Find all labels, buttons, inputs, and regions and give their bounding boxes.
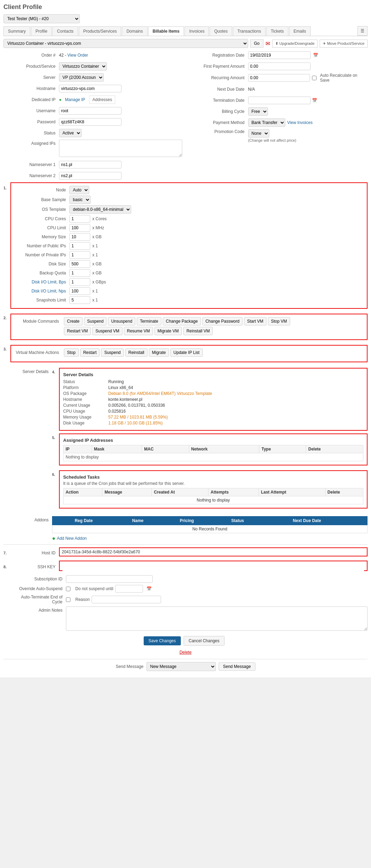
- reg-date-input[interactable]: [248, 51, 311, 59]
- vm-stop[interactable]: Stop: [64, 348, 79, 357]
- cmd-reinstall-vm[interactable]: Reinstall VM: [183, 327, 213, 335]
- ns1-input[interactable]: [59, 161, 121, 168]
- username-input[interactable]: [59, 107, 121, 115]
- recurring-input[interactable]: [248, 74, 310, 82]
- subscription-id-input[interactable]: [66, 575, 153, 583]
- cmd-suspend-vm[interactable]: Suspend VM: [92, 327, 123, 335]
- snapshots-input[interactable]: [69, 296, 90, 304]
- cmd-resume-vm[interactable]: Resume VM: [124, 327, 153, 335]
- manage-ip-link[interactable]: Manage IP: [65, 97, 85, 102]
- product-service-row: Product/Service Virtuozzo Container: [3, 62, 182, 71]
- tab-contacts[interactable]: Contacts: [52, 26, 78, 36]
- auto-recalc-checkbox[interactable]: [312, 76, 317, 80]
- server-field[interactable]: VP (2/200 Accoun: [59, 73, 104, 82]
- tab-quotes[interactable]: Quotes: [210, 26, 232, 36]
- go-button[interactable]: Go: [250, 39, 263, 48]
- tab-summary[interactable]: Summary: [3, 26, 30, 36]
- tab-billable-items[interactable]: Billable Items: [148, 26, 184, 36]
- hostname-input[interactable]: [59, 85, 121, 92]
- scheduled-tasks-numbered: 6. Scheduled Tasks It is a queue of the …: [52, 470, 368, 511]
- tab-profile[interactable]: Profile: [31, 26, 52, 36]
- cpu-limit-input[interactable]: [69, 224, 90, 232]
- cmd-restart-vm[interactable]: Restart VM: [64, 327, 91, 335]
- cmd-unsuspend[interactable]: Unsuspend: [108, 317, 135, 325]
- send-message-button[interactable]: Send Message: [219, 662, 255, 671]
- memory-input[interactable]: [69, 233, 90, 241]
- disk-io-bps-input[interactable]: [69, 278, 90, 286]
- public-ips-value: x 1: [69, 242, 98, 250]
- tab-settings-icon[interactable]: ☰: [357, 26, 368, 36]
- ns2-input[interactable]: [59, 172, 121, 180]
- override-suspend-checkbox[interactable]: [66, 587, 70, 591]
- override-suspend-date[interactable]: [115, 585, 143, 593]
- vm-reinstall[interactable]: Reinstall: [125, 348, 147, 357]
- addons-section: Addons Reg Date Name Pricing Status Next…: [3, 516, 368, 542]
- admin-notes-textarea[interactable]: [66, 606, 368, 631]
- disk-size-input[interactable]: [69, 260, 90, 268]
- tab-emails[interactable]: Emails: [289, 26, 311, 36]
- vm-suspend[interactable]: Suspend: [101, 348, 124, 357]
- first-payment-input[interactable]: [248, 63, 311, 70]
- reg-date-calendar-icon[interactable]: 📅: [313, 53, 318, 58]
- view-order-link[interactable]: View Order: [67, 53, 88, 58]
- tab-domains[interactable]: Domains: [122, 26, 147, 36]
- add-addon-button[interactable]: ● Add New Addon: [52, 535, 368, 542]
- backup-quota-input[interactable]: [69, 269, 90, 277]
- cpu-cores-input[interactable]: [69, 215, 90, 223]
- auto-terminate-checkbox[interactable]: [66, 597, 70, 602]
- cmd-suspend[interactable]: Suspend: [84, 317, 107, 325]
- cmd-migrate-vm[interactable]: Migrate VM: [154, 327, 182, 335]
- save-changes-button[interactable]: Save Changes: [144, 636, 181, 645]
- os-template-select[interactable]: debian-8.0-x86_64-minimal: [69, 205, 131, 214]
- section-number-1: 1.: [3, 186, 10, 190]
- tab-invoices[interactable]: Invoices: [185, 26, 209, 36]
- cmd-terminate[interactable]: Terminate: [137, 317, 161, 325]
- product-service-select[interactable]: Virtuozzo Container - virtuozzo-vps.com: [3, 39, 248, 48]
- vps-config-box: Node Auto Base Sample basic: [10, 182, 368, 309]
- private-ips-input[interactable]: [69, 251, 90, 259]
- tab-transactions[interactable]: Transactions: [233, 26, 265, 36]
- cmd-change-password[interactable]: Change Password: [202, 317, 243, 325]
- billing-cycle-select[interactable]: Free: [248, 107, 268, 116]
- vm-restart[interactable]: Restart: [80, 348, 100, 357]
- promo-code-note: (Change will not affect price): [248, 138, 368, 142]
- vm-update-ip-list[interactable]: Update IP List: [170, 348, 203, 357]
- ns2-label: Nameserver 2: [3, 173, 59, 178]
- move-product-button[interactable]: ✈ Move Product/Service: [320, 40, 368, 48]
- promo-code-select[interactable]: None: [248, 129, 269, 138]
- termination-input[interactable]: [248, 97, 311, 104]
- admin-notes-row: Admin Notes: [3, 606, 368, 632]
- cancel-changes-button[interactable]: Cancel Changes: [184, 636, 225, 646]
- delete-button[interactable]: Delete: [179, 650, 192, 655]
- add-addon-label[interactable]: Add New Addon: [57, 536, 87, 541]
- billing-cycle-label: Billing Cycle: [189, 109, 248, 114]
- disk-io-nps-input[interactable]: [69, 287, 90, 295]
- auto-terminate-reason[interactable]: [92, 596, 161, 603]
- node-select[interactable]: Auto: [69, 186, 89, 194]
- vm-migrate[interactable]: Migrate: [149, 348, 169, 357]
- cmd-change-package[interactable]: Change Package: [163, 317, 201, 325]
- sd-os-key: OS Package: [63, 391, 108, 396]
- client-select[interactable]: Test Tester (MG) - #20: [3, 14, 80, 23]
- public-ips-input[interactable]: [69, 242, 90, 250]
- payment-method-select[interactable]: Bank Transfer: [248, 118, 285, 127]
- assigned-ips-textarea[interactable]: [59, 140, 182, 157]
- override-suspend-calendar-icon[interactable]: 📅: [146, 586, 152, 591]
- base-sample-select[interactable]: basic: [69, 196, 91, 204]
- status-select[interactable]: Active: [59, 129, 82, 137]
- task-col-attempts: Attempts: [208, 488, 259, 496]
- ssh-key-input[interactable]: [62, 564, 364, 571]
- tab-products-services[interactable]: Products/Services: [79, 26, 121, 36]
- cmd-create[interactable]: Create: [64, 317, 83, 325]
- termination-calendar-icon[interactable]: 📅: [312, 98, 317, 103]
- product-service-field[interactable]: Virtuozzo Container: [59, 62, 107, 71]
- tab-tickets[interactable]: Tickets: [266, 26, 288, 36]
- ip-table: IP Mask MAC Network Type Delete: [63, 445, 363, 461]
- cmd-stop-vm[interactable]: Stop VM: [268, 317, 290, 325]
- cmd-start-vm[interactable]: Start VM: [244, 317, 267, 325]
- view-invoices-link[interactable]: View Invoices: [287, 120, 313, 125]
- reg-date-label: Registration Date: [189, 53, 248, 58]
- password-input[interactable]: [59, 118, 121, 126]
- send-message-select[interactable]: New Message: [146, 662, 216, 671]
- upgrade-downgrade-button[interactable]: ⬆ Upgrade/Downgrade: [272, 40, 318, 48]
